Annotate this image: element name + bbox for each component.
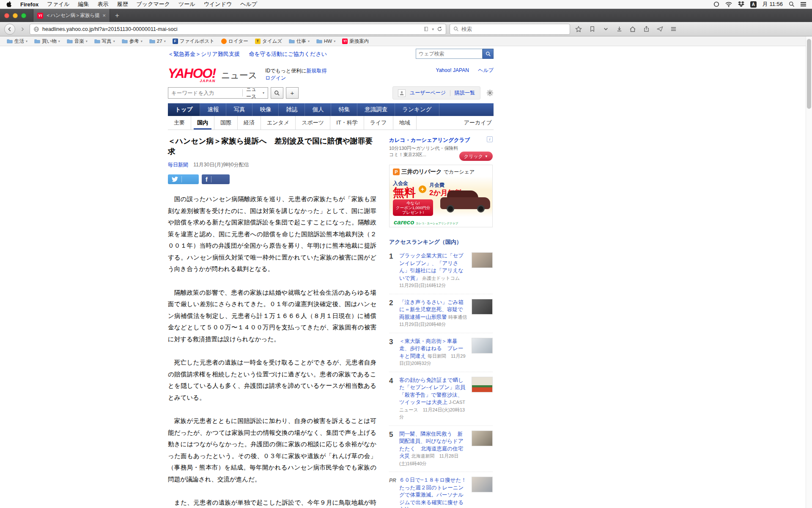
facebook-share-button[interactable]: f bbox=[202, 174, 230, 184]
service-name-news[interactable]: ニュース bbox=[221, 69, 257, 83]
menubar-clock[interactable]: 月 11:56 bbox=[763, 0, 783, 8]
yahoo-japan-link[interactable]: Yahoo! JAPAN bbox=[436, 67, 469, 73]
nav-tab-top[interactable]: トップ bbox=[168, 103, 200, 116]
ranking-thumbnail[interactable] bbox=[472, 299, 493, 315]
nav-tab-photo[interactable]: 写真 bbox=[226, 103, 252, 116]
home-icon[interactable] bbox=[628, 24, 638, 34]
subnav-sports[interactable]: スポーツ bbox=[296, 116, 330, 130]
browser-search-box[interactable] bbox=[450, 24, 570, 35]
twitter-share-button[interactable] bbox=[168, 174, 199, 184]
keyword-search-field[interactable]: ニュース▾ bbox=[168, 87, 268, 99]
url-bar[interactable]: headlines.yahoo.co.jp/hl?a=20151130-0000… bbox=[30, 24, 446, 35]
subnav-kokusai[interactable]: 国際 bbox=[214, 116, 238, 130]
subscriptions-link[interactable]: 購読一覧 bbox=[455, 89, 475, 97]
ad-click-button[interactable]: クリック▼ bbox=[459, 152, 493, 161]
bookmark-folder-photo[interactable]: 写真▾ bbox=[91, 36, 118, 46]
web-search-input[interactable] bbox=[416, 49, 483, 59]
bookmark-folder-reference[interactable]: 参考▾ bbox=[118, 36, 146, 46]
donation-link-2[interactable]: 命を守る活動にご協力ください bbox=[249, 51, 327, 57]
nav-tab-sokuho[interactable]: 速報 bbox=[200, 103, 226, 116]
nav-tab-tokushu[interactable]: 特集 bbox=[331, 103, 357, 116]
tab-close-icon[interactable]: × bbox=[102, 12, 106, 19]
page-scrollbar[interactable] bbox=[806, 36, 812, 508]
spotlight-icon[interactable] bbox=[789, 1, 795, 7]
web-search-button[interactable] bbox=[483, 49, 494, 59]
nav-tab-magazine[interactable]: 雑誌 bbox=[279, 103, 305, 116]
subnav-it-science[interactable]: IT・科学 bbox=[330, 116, 364, 130]
scrollbar-thumb[interactable] bbox=[807, 39, 811, 109]
bookmark-reuters[interactable]: ロイター bbox=[218, 36, 252, 46]
menu-help[interactable]: ヘルプ bbox=[240, 0, 257, 8]
yahoo-logo[interactable]: YAHOO! JAPAN bbox=[168, 67, 216, 83]
bookmark-folder-shopping[interactable]: 買い物▾ bbox=[31, 36, 63, 46]
window-zoom-button[interactable] bbox=[21, 13, 26, 18]
keyword-search-input[interactable] bbox=[168, 90, 242, 96]
settings-gear-icon[interactable] bbox=[486, 89, 494, 97]
nav-tab-poll[interactable]: 意識調査 bbox=[357, 103, 395, 116]
menu-view[interactable]: 表示 bbox=[98, 0, 109, 8]
ranking-thumbn​ail[interactable] bbox=[472, 431, 493, 446]
help-link[interactable]: ヘルプ bbox=[478, 67, 494, 73]
menu-firefox[interactable]: Firefox bbox=[20, 1, 38, 8]
archive-link[interactable]: アーカイブ bbox=[458, 116, 494, 130]
menu-history[interactable]: 履歴 bbox=[117, 0, 128, 8]
browser-tab[interactable]: Y! ＜ハンセン病＞家族ら提訴... × bbox=[33, 9, 110, 22]
subnav-kokunai[interactable]: 国内 bbox=[191, 116, 214, 130]
new-tab-button[interactable]: + bbox=[110, 11, 124, 20]
bookmark-folder-27[interactable]: 27▾ bbox=[146, 36, 169, 46]
pocket-icon[interactable] bbox=[601, 24, 611, 34]
apple-menu-icon[interactable] bbox=[6, 1, 12, 8]
ranking-thumbnail[interactable] bbox=[472, 252, 493, 268]
browser-search-input[interactable] bbox=[461, 26, 566, 32]
search-scope-dropdown[interactable]: ニュース▾ bbox=[242, 89, 268, 97]
nav-tab-ranking[interactable]: ランキング bbox=[395, 103, 439, 116]
subnav-life[interactable]: ライフ bbox=[364, 116, 393, 130]
subnav-shuyo[interactable]: 主要 bbox=[168, 116, 191, 130]
bookmark-times[interactable]: Tタイムズ bbox=[252, 36, 285, 46]
bookmark-folder-work[interactable]: 仕事▾ bbox=[285, 36, 313, 46]
subnav-entame[interactable]: エンタメ bbox=[261, 116, 296, 130]
dropbox-icon[interactable] bbox=[738, 1, 744, 7]
share-icon[interactable] bbox=[641, 24, 651, 34]
ad-info-icon[interactable]: i bbox=[487, 136, 493, 142]
ad-creative[interactable]: P 三井のリパーク でカーシェア 入会金 無料 + 月会費 bbox=[389, 165, 493, 227]
subnav-chiiki[interactable]: 地域 bbox=[393, 116, 417, 130]
window-close-button[interactable] bbox=[4, 13, 9, 18]
ranking-thumbnail[interactable] bbox=[472, 477, 493, 492]
reader-mode-icon[interactable] bbox=[423, 26, 429, 32]
menu-hamburger-icon[interactable] bbox=[668, 24, 678, 34]
reload-icon[interactable] bbox=[437, 26, 442, 32]
menu-bookmarks[interactable]: ブックマーク bbox=[137, 0, 170, 8]
ranking-thumbnail[interactable] bbox=[472, 377, 493, 392]
bookmark-folder-life[interactable]: 生活▾ bbox=[3, 36, 31, 46]
register-link[interactable]: 新規取得 bbox=[307, 68, 327, 74]
userpage-link[interactable]: ユーザーページ bbox=[410, 89, 446, 97]
bookmark-transit[interactable]: Y!乗換案内 bbox=[339, 36, 372, 46]
urlbar-dropdown-icon[interactable]: ▾ bbox=[432, 27, 434, 31]
wifi-icon[interactable] bbox=[725, 2, 732, 7]
news-search-button[interactable] bbox=[271, 87, 283, 99]
nav-tab-video[interactable]: 映像 bbox=[252, 103, 279, 116]
send-tab-icon[interactable] bbox=[655, 24, 665, 34]
notification-center-icon[interactable] bbox=[801, 2, 806, 6]
donation-link[interactable]: ＜緊急募金＞シリア難民支援 bbox=[168, 51, 240, 57]
bookmark-folder-hw[interactable]: HW▾ bbox=[313, 36, 339, 46]
ad-title-link[interactable]: カレコ・カーシェアリングクラブ bbox=[389, 137, 470, 144]
menu-tools[interactable]: ツール bbox=[178, 0, 195, 8]
add-condition-button[interactable]: + bbox=[286, 87, 299, 99]
nav-tab-personal[interactable]: 個人 bbox=[305, 103, 331, 116]
menu-window[interactable]: ウインドウ bbox=[204, 0, 232, 8]
ranking-pr-link[interactable]: ６０日で−１８キロ痩せた！たった週２回のトレーニングで体重激減。パーソナルジムで… bbox=[399, 477, 466, 508]
input-source-icon[interactable]: A bbox=[750, 1, 757, 8]
search-engine-icon[interactable] bbox=[453, 26, 459, 32]
menu-edit[interactable]: 編集 bbox=[78, 0, 89, 8]
back-button[interactable] bbox=[4, 24, 15, 35]
bookmarks-menu-icon[interactable] bbox=[587, 24, 597, 34]
ranking-thumbnail[interactable] bbox=[472, 338, 493, 353]
window-minimize-button[interactable] bbox=[13, 13, 18, 18]
site-identity-icon[interactable] bbox=[33, 26, 39, 32]
login-link[interactable]: ログイン bbox=[265, 75, 286, 81]
status-circle-icon[interactable] bbox=[713, 1, 719, 7]
downloads-icon[interactable] bbox=[614, 24, 624, 34]
forward-button[interactable] bbox=[19, 27, 26, 32]
